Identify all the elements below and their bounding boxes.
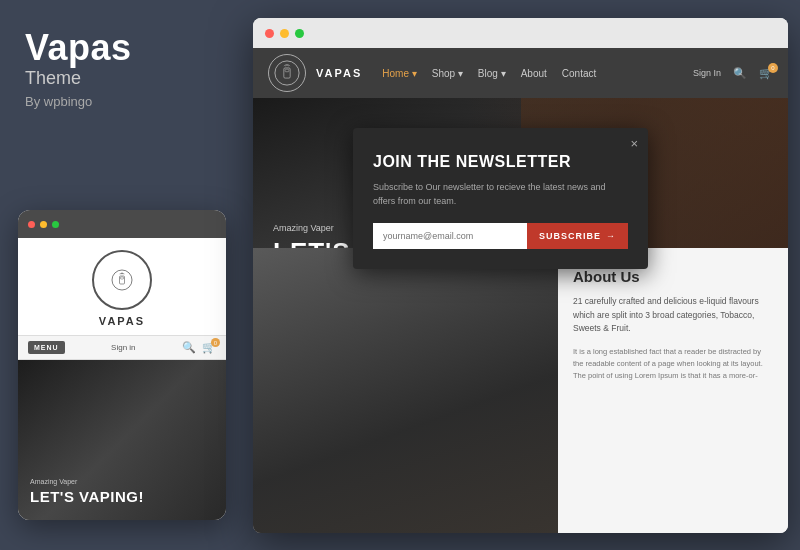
nav-item-contact[interactable]: Contact — [562, 68, 596, 79]
svg-rect-5 — [285, 69, 289, 72]
about-paragraph-2: It is a long established fact that a rea… — [573, 346, 773, 382]
nav-item-about[interactable]: About — [521, 68, 547, 79]
site-nav-right: Sign In 🔍 🛒 0 — [693, 67, 773, 80]
mobile-logo-text: VAPAS — [99, 315, 145, 327]
mobile-dot-green — [52, 221, 59, 228]
newsletter-subscribe-button[interactable]: SUBSCRIBE → — [527, 223, 628, 249]
bottom-person-image — [253, 248, 558, 533]
header-cart-icon[interactable]: 🛒 0 — [759, 67, 773, 80]
mobile-preview-card: VAPAS MENU Sign in 🔍 🛒 0 Amazing Vaper L… — [18, 210, 226, 520]
about-paragraph-1: 21 carefully crafted and delicious e-liq… — [573, 295, 773, 336]
site-header: VAPAS Home ▾ Shop ▾ Blog ▾ About Contact… — [253, 48, 788, 98]
brand-by: By wpbingo — [25, 94, 220, 109]
newsletter-input-row: SUBSCRIBE → — [373, 223, 628, 249]
mobile-top-bar — [18, 210, 226, 238]
mobile-logo-circle — [92, 250, 152, 310]
cart-badge: 0 — [768, 63, 778, 73]
header-search-icon[interactable]: 🔍 — [733, 67, 747, 80]
mobile-dot-red — [28, 221, 35, 228]
nav-item-home[interactable]: Home ▾ — [382, 68, 416, 79]
bottom-left-image — [253, 248, 558, 533]
newsletter-title: JOIN THE NEWSLETTER — [373, 153, 628, 171]
browser-top-bar — [253, 18, 788, 48]
mobile-hero-heading: LET'S VAPING! — [30, 488, 144, 505]
site-logo-name: VAPAS — [316, 67, 362, 79]
about-section: About Us 21 carefully crafted and delici… — [558, 248, 788, 533]
mobile-logo-area: VAPAS — [18, 238, 226, 335]
newsletter-description: Subscribe to Our newsletter to recieve t… — [373, 181, 628, 208]
browser-dot-green — [295, 29, 304, 38]
mobile-cart-icon[interactable]: 🛒 0 — [202, 341, 216, 354]
mobile-dot-yellow — [40, 221, 47, 228]
mobile-hero-text: Amazing Vaper LET'S VAPING! — [30, 478, 144, 505]
nav-item-blog[interactable]: Blog ▾ — [478, 68, 506, 79]
modal-close-button[interactable]: × — [630, 136, 638, 151]
mobile-cart-badge: 0 — [211, 338, 220, 347]
brand-title: Vapas — [25, 30, 220, 66]
sign-in-text[interactable]: Sign In — [693, 68, 721, 78]
mobile-nav-bar: MENU Sign in 🔍 🛒 0 — [18, 335, 226, 360]
newsletter-modal: × JOIN THE NEWSLETTER Subscribe to Our n… — [353, 128, 648, 269]
browser-window: VAPAS Home ▾ Shop ▾ Blog ▾ About Contact… — [253, 18, 788, 533]
mobile-nav-icons: 🔍 🛒 0 — [182, 341, 216, 354]
mobile-hero: Amazing Vaper LET'S VAPING! — [18, 360, 226, 520]
brand-subtitle: Theme — [25, 68, 220, 89]
mobile-menu-button[interactable]: MENU — [28, 341, 65, 354]
mobile-amazing-text: Amazing Vaper — [30, 478, 144, 485]
mobile-sign-in[interactable]: Sign in — [111, 343, 135, 352]
newsletter-email-input[interactable] — [373, 223, 527, 249]
site-nav: Home ▾ Shop ▾ Blog ▾ About Contact — [382, 68, 596, 79]
left-panel: Vapas Theme By wpbingo — [0, 0, 245, 550]
site-logo-area: VAPAS — [268, 54, 362, 92]
subscribe-btn-label: SUBSCRIBE — [539, 231, 601, 241]
mobile-content: VAPAS MENU Sign in 🔍 🛒 0 Amazing Vaper L… — [18, 238, 226, 520]
site-logo-circle — [268, 54, 306, 92]
browser-dot-yellow — [280, 29, 289, 38]
svg-rect-2 — [121, 277, 124, 279]
site-logo-icon — [273, 59, 301, 87]
about-title: About Us — [573, 268, 773, 285]
nav-item-shop[interactable]: Shop ▾ — [432, 68, 463, 79]
website-content: VAPAS Home ▾ Shop ▾ Blog ▾ About Contact… — [253, 48, 788, 533]
mobile-vape-icon — [111, 269, 133, 291]
mobile-search-icon[interactable]: 🔍 — [182, 341, 196, 354]
subscribe-arrow-icon: → — [606, 231, 616, 241]
browser-dot-red — [265, 29, 274, 38]
